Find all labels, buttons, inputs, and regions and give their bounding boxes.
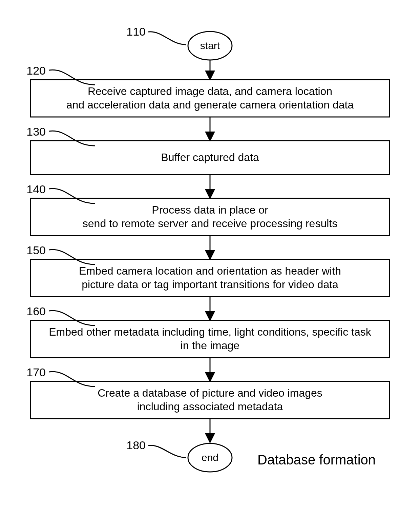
svg-text:140: 140 (26, 183, 46, 196)
svg-text:and acceleration data and gene: and acceleration data and generate camer… (66, 99, 354, 111)
ref-120: 120 (26, 64, 95, 85)
svg-text:170: 170 (26, 366, 46, 379)
svg-text:Process data in place or: Process data in place or (152, 204, 268, 216)
terminator-start: start (188, 32, 232, 60)
svg-text:including associated metadata: including associated metadata (137, 400, 283, 413)
start-label: start (200, 40, 220, 51)
ref-140: 140 (26, 183, 95, 203)
svg-text:in the image: in the image (181, 339, 239, 352)
ref-160: 160 (26, 305, 95, 325)
ref-170: 170 (26, 366, 95, 386)
step-150: Embed camera location and orientation as… (30, 259, 390, 297)
svg-text:send to remote server and rece: send to remote server and receive proces… (83, 217, 337, 230)
step-120: Receive captured image data, and camera … (30, 80, 390, 117)
svg-text:Embed camera location and orie: Embed camera location and orientation as… (79, 265, 341, 277)
ref-180: 180 (126, 439, 186, 458)
step-130: Buffer captured data (30, 141, 390, 175)
diagram-caption: Database formation (257, 452, 376, 467)
step-140: Process data in place or send to remote … (30, 198, 390, 236)
svg-text:110: 110 (126, 25, 146, 38)
svg-text:picture data or tag important : picture data or tag important transition… (82, 278, 338, 291)
ref-130: 130 (26, 125, 95, 146)
ref-150: 150 (26, 244, 95, 264)
svg-text:120: 120 (26, 64, 46, 77)
step-170: Create a database of picture and video i… (30, 381, 390, 419)
svg-text:180: 180 (126, 439, 146, 452)
svg-text:Receive captured image data, a: Receive captured image data, and camera … (88, 85, 332, 97)
svg-text:150: 150 (26, 244, 46, 257)
svg-text:130: 130 (26, 125, 46, 138)
svg-text:Create a database of picture a: Create a database of picture and video i… (98, 387, 322, 399)
ref-110: 110 (126, 25, 186, 45)
terminator-end: end (188, 443, 232, 472)
svg-text:160: 160 (26, 305, 46, 318)
svg-text:Embed other metadata including: Embed other metadata including time, lig… (49, 326, 372, 338)
svg-text:Buffer captured data: Buffer captured data (161, 151, 259, 163)
step-160: Embed other metadata including time, lig… (30, 320, 390, 358)
flowchart-database-formation: start 110 Receive captured image data, a… (0, 0, 420, 517)
end-label: end (202, 452, 218, 463)
